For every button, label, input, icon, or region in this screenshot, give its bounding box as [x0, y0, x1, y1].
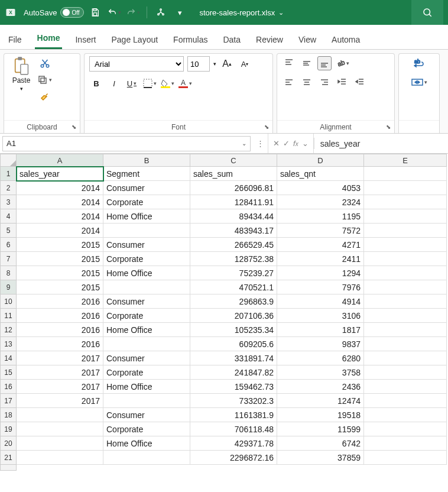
cell[interactable] [364, 394, 447, 408]
filename-dropdown[interactable]: store-sales-report.xlsx ⌄ [199, 8, 284, 17]
tab-review[interactable]: Review [254, 29, 285, 49]
chevron-down-icon[interactable]: ⌄ [242, 140, 246, 147]
cell[interactable]: 128752.38 [190, 252, 277, 266]
row-header[interactable]: 12 [0, 323, 17, 337]
row-header[interactable]: 4 [0, 209, 17, 224]
row-header[interactable]: 2 [0, 181, 17, 195]
cell[interactable]: Consumer [103, 181, 190, 195]
cell[interactable] [364, 167, 447, 181]
align-top-button[interactable] [282, 56, 296, 70]
cell[interactable] [17, 436, 103, 451]
cell[interactable]: 12474 [277, 394, 364, 408]
cell[interactable]: 2016 [17, 323, 103, 337]
cell[interactable] [364, 280, 447, 294]
paste-button[interactable]: Paste ▾ [9, 56, 34, 92]
cell[interactable]: Corporate [103, 365, 190, 380]
col-header-D[interactable]: D [277, 154, 364, 167]
save-button[interactable] [87, 5, 103, 20]
cell[interactable]: Consumer [103, 238, 190, 252]
cell[interactable]: sales_year [17, 167, 103, 181]
tab-data[interactable]: Data [220, 29, 243, 49]
grow-font-button[interactable]: A▴ [220, 57, 234, 71]
tab-formulas[interactable]: Formulas [171, 29, 210, 49]
search-button[interactable] [411, 0, 443, 25]
cell[interactable]: Home Office [103, 209, 190, 224]
cell[interactable]: 4914 [277, 294, 364, 309]
row-header[interactable]: 13 [0, 337, 17, 351]
cell[interactable]: 296863.9 [190, 294, 277, 309]
cell[interactable]: 2411 [277, 252, 364, 266]
row-header[interactable]: 10 [0, 294, 17, 309]
col-header-C[interactable]: C [190, 154, 277, 167]
cell[interactable]: 7976 [277, 280, 364, 294]
redo-button[interactable] [125, 5, 141, 20]
cell[interactable] [364, 181, 447, 195]
font-size-input[interactable] [187, 56, 210, 72]
cell[interactable]: 2014 [17, 195, 103, 209]
cell[interactable]: sales_sum [190, 167, 277, 181]
row-header[interactable]: 1 [0, 167, 17, 181]
cut-button[interactable] [37, 56, 52, 70]
copy-button[interactable] [37, 73, 52, 87]
cell[interactable]: 19518 [277, 408, 364, 422]
cell[interactable] [364, 238, 447, 252]
cell[interactable] [103, 280, 190, 294]
cell[interactable]: 241847.82 [190, 365, 277, 380]
border-button[interactable] [142, 76, 157, 90]
cell[interactable]: Corporate [103, 422, 190, 436]
cell[interactable]: 159462.73 [190, 380, 277, 394]
cell[interactable] [17, 451, 103, 465]
align-right-button[interactable] [317, 75, 332, 89]
cell[interactable]: Home Office [103, 380, 190, 394]
cell[interactable]: 609205.6 [190, 337, 277, 351]
cell[interactable] [103, 451, 190, 465]
row-header[interactable]: 20 [0, 436, 17, 451]
cell[interactable]: Consumer [103, 351, 190, 365]
cell[interactable]: 1161381.9 [190, 408, 277, 422]
col-header-E[interactable]: E [364, 154, 447, 167]
cancel-icon[interactable]: ✕ [273, 139, 280, 148]
increase-indent-button[interactable] [353, 75, 367, 89]
clipboard-launcher-icon[interactable]: ⬊ [72, 124, 76, 130]
cell[interactable]: 4053 [277, 181, 364, 195]
cell[interactable]: 2016 [17, 337, 103, 351]
autosave-toggle[interactable]: AutoSave Off [24, 7, 84, 18]
tab-file[interactable]: File [6, 29, 24, 49]
cell[interactable]: Consumer [103, 294, 190, 309]
cell[interactable]: 2015 [17, 280, 103, 294]
cell[interactable]: 2014 [17, 209, 103, 224]
cell[interactable]: Corporate [103, 252, 190, 266]
font-name-select[interactable]: Arial [89, 56, 184, 72]
cell[interactable]: 2014 [17, 224, 103, 238]
cell[interactable]: Home Office [103, 436, 190, 451]
cell[interactable] [364, 309, 447, 323]
italic-button[interactable]: I [107, 76, 121, 90]
cell[interactable]: 2296872.16 [190, 451, 277, 465]
undo-button[interactable] [106, 5, 122, 20]
cell[interactable]: 483943.17 [190, 224, 277, 238]
underline-button[interactable]: U [125, 76, 139, 90]
cell[interactable]: 266529.45 [190, 238, 277, 252]
row-header[interactable]: 21 [0, 451, 17, 465]
cell[interactable]: 1195 [277, 209, 364, 224]
row-header[interactable]: 6 [0, 238, 17, 252]
cell[interactable]: 128411.91 [190, 195, 277, 209]
tab-automa[interactable]: Automa [329, 29, 362, 49]
cell[interactable]: 105235.34 [190, 323, 277, 337]
select-all-corner[interactable] [0, 154, 17, 167]
cell[interactable] [364, 422, 447, 436]
cell[interactable]: Consumer [103, 408, 190, 422]
font-color-button[interactable]: A [178, 76, 192, 90]
cell[interactable]: 4271 [277, 238, 364, 252]
cell[interactable] [364, 209, 447, 224]
name-box[interactable]: A1 ⌄ [2, 136, 251, 151]
share-icon[interactable] [153, 5, 168, 20]
tab-page-layout[interactable]: Page Layout [109, 29, 160, 49]
cell[interactable]: 470521.1 [190, 280, 277, 294]
cell[interactable]: 2016 [17, 309, 103, 323]
cell[interactable] [364, 451, 447, 465]
cell[interactable]: 6280 [277, 351, 364, 365]
decrease-indent-button[interactable] [335, 75, 349, 89]
align-bottom-button[interactable] [317, 56, 332, 70]
bold-button[interactable]: B [89, 76, 103, 90]
